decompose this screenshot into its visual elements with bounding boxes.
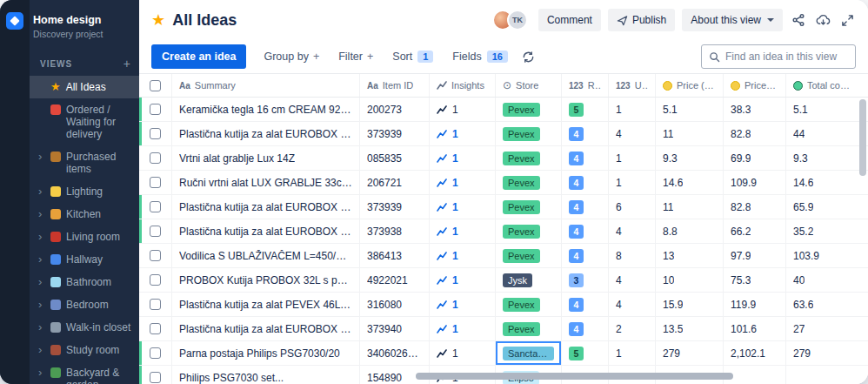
row-select-cell[interactable]	[139, 366, 172, 384]
avatar-group[interactable]: TK	[492, 10, 528, 30]
row-checkbox[interactable]	[150, 152, 161, 164]
rating-cell[interactable]: 4	[562, 219, 609, 243]
table-row[interactable]: Keramička tegla 16 cm CREAM 920/16200273…	[139, 98, 868, 122]
column-header-total[interactable]: Total cost (E...	[786, 74, 858, 97]
chevron-right-icon[interactable]: ›	[38, 231, 45, 242]
chevron-right-icon[interactable]: ›	[38, 321, 45, 333]
column-header-store[interactable]: ⊙Store	[496, 74, 562, 97]
units-cell[interactable]: 1	[609, 146, 656, 170]
price-hrk-cell[interactable]: 109.9	[724, 171, 786, 194]
column-header-summary[interactable]: AaSummary	[172, 74, 360, 97]
total-cost-cell[interactable]: 65.9	[786, 195, 858, 219]
row-checkbox[interactable]	[150, 299, 161, 310]
summary-cell[interactable]: Ručni vrtni alat LUX GRABLJE 33cm S DRŠK…	[172, 171, 360, 194]
rating-cell[interactable]: 4	[562, 293, 609, 316]
table-row[interactable]: Plastična kutija za alat PEVEX 46L S POK…	[139, 293, 868, 317]
project-header[interactable]: Home design Discovery project	[30, 14, 139, 39]
horizontal-scrollbar-thumb[interactable]	[416, 373, 733, 380]
price-hrk-cell[interactable]: 119.9	[724, 293, 786, 316]
table-row[interactable]: PROBOX Kutija PROBOX 32L s poklopcem pro…	[139, 268, 868, 293]
row-select-cell[interactable]	[139, 219, 172, 243]
insights-cell[interactable]: 1	[430, 195, 496, 219]
row-checkbox[interactable]	[150, 347, 161, 359]
store-cell[interactable]: Pevex	[496, 317, 562, 340]
insights-cell[interactable]: 1	[430, 341, 496, 365]
row-select-cell[interactable]	[139, 195, 172, 219]
units-cell[interactable]: 4	[609, 293, 656, 316]
price-hrk-cell[interactable]: 66.2	[724, 219, 786, 243]
insights-cell[interactable]: 1	[430, 244, 496, 267]
total-cost-cell[interactable]: 63.6	[786, 293, 858, 316]
rating-cell[interactable]: 4	[562, 146, 609, 170]
insights-cell[interactable]: 1	[430, 146, 496, 170]
insights-cell[interactable]: 1	[430, 268, 496, 292]
sidebar-item[interactable]: ›Bathroom	[30, 271, 139, 293]
row-select-cell[interactable]	[139, 317, 172, 340]
price-eur-cell[interactable]: 13	[656, 244, 724, 267]
insights-cell[interactable]: 1	[430, 98, 496, 121]
total-cost-cell[interactable]: 9.3	[786, 146, 858, 170]
chevron-right-icon[interactable]: ›	[38, 299, 45, 310]
insights-cell[interactable]: 1	[430, 293, 496, 316]
insights-cell[interactable]: 1	[430, 219, 496, 243]
item-id-cell[interactable]: 4922021	[360, 268, 430, 292]
store-cell[interactable]: Pevex	[496, 293, 562, 316]
row-select-cell[interactable]	[139, 244, 172, 267]
row-checkbox[interactable]	[150, 372, 161, 383]
item-id-cell[interactable]: 206721	[360, 171, 430, 194]
store-cell[interactable]: Sancta Domeni	[496, 341, 562, 365]
total-cost-cell[interactable]: 279	[786, 341, 858, 365]
sidebar-item[interactable]: ›Living room	[30, 226, 139, 248]
row-select-cell[interactable]	[139, 146, 172, 170]
fields-button[interactable]: Fields 16	[445, 45, 515, 68]
summary-cell[interactable]: Plastična kutija za alat PEVEX 46L S POK…	[172, 293, 360, 316]
chevron-right-icon[interactable]: ›	[38, 208, 45, 219]
store-cell[interactable]: Pevex	[496, 146, 562, 170]
total-cost-cell[interactable]: 103.9	[786, 244, 858, 267]
row-checkbox[interactable]	[150, 128, 161, 139]
row-select-cell[interactable]	[139, 293, 172, 316]
table-row[interactable]: Plastična kutija za alat EUROBOX 60x40x3…	[139, 317, 868, 341]
price-eur-cell[interactable]: 9.3	[656, 146, 724, 170]
units-cell[interactable]: 4	[609, 122, 656, 145]
chevron-right-icon[interactable]: ›	[38, 344, 45, 355]
search-input[interactable]	[725, 51, 848, 63]
item-id-cell[interactable]: 3406026044	[360, 341, 430, 365]
summary-cell[interactable]: Plastična kutija za alat EUROBOX 60x40x2…	[172, 122, 360, 145]
rating-cell[interactable]: 4	[562, 195, 609, 219]
sidebar-item[interactable]: ›Bedroom	[30, 293, 139, 316]
units-cell[interactable]: 2	[609, 317, 656, 340]
price-hrk-cell[interactable]: 82.8	[724, 122, 786, 145]
store-cell[interactable]: Jysk	[496, 268, 562, 292]
store-cell[interactable]: Pevex	[496, 122, 562, 145]
row-checkbox[interactable]	[150, 177, 161, 188]
table-row[interactable]: Plastična kutija za alat EUROBOX 60x40x2…	[139, 195, 868, 219]
row-checkbox[interactable]	[150, 226, 161, 237]
row-select-cell[interactable]	[139, 171, 172, 194]
rating-cell[interactable]: 4	[562, 244, 609, 267]
table-row[interactable]: Plastična kutija za alat EUROBOX 60x40x1…	[139, 219, 868, 244]
summary-cell[interactable]: Vrtni alat grablje Lux 14Z	[172, 146, 360, 170]
item-id-cell[interactable]: 316080	[360, 293, 430, 316]
store-cell[interactable]: Pevex	[496, 98, 562, 121]
app-logo-icon[interactable]	[6, 12, 23, 30]
price-eur-cell[interactable]: 15.9	[656, 293, 724, 316]
table-row[interactable]: Vrtni alat grablje Lux 14Z0858351Pevex41…	[139, 146, 868, 171]
total-cost-cell[interactable]: 5.1	[786, 98, 858, 121]
insights-cell[interactable]: 1	[430, 171, 496, 194]
chevron-right-icon[interactable]: ›	[38, 367, 45, 378]
sidebar-item[interactable]: ›Walk-in closet	[30, 316, 139, 339]
table-row[interactable]: Vodilica S UBLAŽIVAČEM L=450/A=445mm 2/1…	[139, 244, 868, 268]
add-view-button[interactable]: +	[124, 57, 130, 71]
column-header-rating[interactable]: 123Rating	[562, 74, 609, 97]
chevron-right-icon[interactable]: ›	[38, 151, 45, 162]
sidebar-item[interactable]: ›Lighting	[30, 180, 139, 203]
insights-cell[interactable]: 1	[430, 317, 496, 340]
comment-button[interactable]: Comment	[538, 9, 601, 31]
row-checkbox[interactable]	[150, 323, 161, 334]
units-cell[interactable]: 6	[609, 195, 656, 219]
price-hrk-cell[interactable]: 38.3	[724, 98, 786, 121]
total-cost-cell[interactable]: 40	[786, 268, 858, 292]
item-id-cell[interactable]: 373939	[360, 195, 430, 219]
vertical-scrollbar-thumb[interactable]	[859, 99, 866, 176]
